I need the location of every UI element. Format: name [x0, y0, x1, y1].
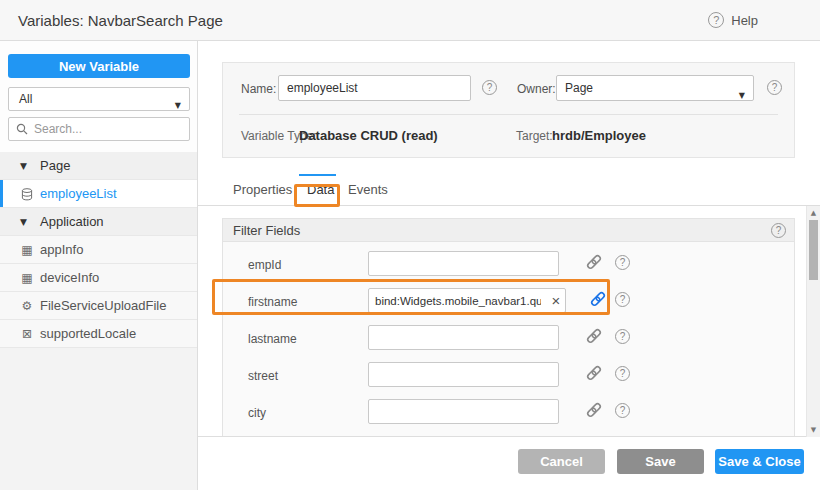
field-label: city [248, 406, 266, 420]
lastname-input[interactable] [369, 332, 558, 344]
new-variable-button[interactable]: New Variable [8, 54, 190, 78]
bind-link-icon[interactable] [585, 327, 605, 347]
variable-type-value: Database CRUD (read) [299, 128, 438, 143]
variables-dialog: Variables: NavbarSearch Page ? Help New … [0, 0, 820, 490]
locale-icon: ⊠ [19, 320, 35, 348]
variable-summary-box: Name:* ? Owner:* Page ▼ ? Variable Type:… [222, 62, 795, 158]
database-read-icon [19, 180, 35, 208]
variables-tree: ▼ Page employeeList ▼ Application ▦ appI… [0, 152, 197, 348]
search-icon [16, 123, 28, 135]
chevron-down-icon: ▼ [175, 95, 181, 117]
tree-section-application[interactable]: ▼ Application [0, 208, 197, 236]
tree-section-page[interactable]: ▼ Page [0, 152, 197, 180]
clear-bind-icon[interactable]: × [547, 289, 565, 312]
question-circle-icon: ? [708, 12, 724, 28]
tree-item-supportedlocale[interactable]: ⊠ supportedLocale [0, 320, 197, 348]
bind-link-icon[interactable] [589, 290, 609, 310]
tree-item-label: employeeList [40, 180, 117, 208]
tree-item-deviceinfo[interactable]: ▦ deviceInfo [0, 264, 197, 292]
street-input[interactable] [369, 369, 558, 381]
tab-properties[interactable]: Properties [233, 174, 292, 206]
bind-link-icon[interactable] [585, 364, 605, 384]
info-grid-icon: ▦ [19, 264, 35, 292]
content-scrollbar[interactable]: ▲ ▼ [806, 206, 820, 437]
firstname-field[interactable]: × [368, 288, 566, 313]
scroll-down-icon[interactable]: ▼ [807, 426, 820, 434]
tree-item-label: deviceInfo [40, 264, 99, 292]
street-field[interactable] [368, 362, 559, 387]
tree-item-appinfo[interactable]: ▦ appInfo [0, 236, 197, 264]
field-help-icon[interactable]: ? [615, 366, 630, 381]
field-help-icon[interactable]: ? [615, 329, 630, 344]
content-scrollbar-thumb[interactable] [809, 220, 818, 280]
tree-item-employeelist[interactable]: employeeList [0, 180, 197, 208]
variable-search[interactable] [8, 117, 190, 141]
owner-value: Page [565, 81, 593, 95]
sidebar-empty-area [0, 348, 197, 490]
variable-tabs: Properties Data Events [198, 174, 820, 206]
empid-field[interactable] [368, 251, 559, 276]
owner-select[interactable]: Page ▼ [556, 75, 754, 101]
data-tab-content: Filter Fields ? empId ? firstname × ? la… [198, 206, 820, 437]
empid-input[interactable] [369, 258, 558, 270]
variable-filter-value: All [19, 92, 32, 106]
tab-data[interactable]: Data [307, 174, 334, 206]
summary-divider [239, 114, 778, 115]
filter-row-lastname: lastname ? [223, 322, 794, 359]
name-label: Name:* [241, 82, 283, 96]
bind-link-icon[interactable] [585, 401, 605, 421]
dialog-header: Variables: NavbarSearch Page ? Help [0, 0, 820, 41]
save-and-close-button[interactable]: Save & Close [715, 449, 804, 474]
help-label: Help [731, 13, 758, 28]
lastname-field[interactable] [368, 325, 559, 350]
tree-section-label: Application [40, 208, 104, 236]
tree-item-label: FileServiceUploadFile [40, 292, 166, 320]
name-help-icon[interactable]: ? [482, 80, 497, 95]
tree-item-label: appInfo [40, 236, 83, 264]
service-gear-icon: ⚙ [19, 292, 35, 320]
field-label: lastname [248, 332, 297, 346]
chevron-down-icon: ▼ [20, 208, 27, 236]
tree-item-label: supportedLocale [40, 320, 136, 348]
filter-row-firstname: firstname × ? [223, 285, 794, 322]
filter-fields-header: Filter Fields ? [223, 219, 794, 242]
variables-sidebar: New Variable All ▼ ▼ Page employeeList [0, 41, 198, 490]
target-label: Target: [516, 129, 553, 143]
field-label: street [248, 369, 278, 383]
cancel-button[interactable]: Cancel [518, 449, 605, 474]
firstname-input[interactable] [369, 295, 547, 307]
name-field[interactable] [278, 75, 471, 101]
field-help-icon[interactable]: ? [615, 403, 630, 418]
field-help-icon[interactable]: ? [615, 255, 630, 270]
info-grid-icon: ▦ [19, 236, 35, 264]
search-input[interactable] [34, 122, 189, 136]
city-field[interactable] [368, 399, 559, 424]
tree-item-fileserviceuploadfile[interactable]: ⚙ FileServiceUploadFile [0, 292, 197, 320]
filter-row-street: street ? [223, 359, 794, 396]
help-button[interactable]: ? Help [708, 12, 758, 28]
scroll-up-icon[interactable]: ▲ [807, 209, 820, 217]
chevron-down-icon: ▼ [739, 84, 745, 108]
field-label: firstname [248, 295, 297, 309]
filter-fields-title: Filter Fields [233, 223, 300, 238]
filter-fields-panel: Filter Fields ? empId ? firstname × ? la… [222, 218, 795, 437]
target-value: hrdb/Employee [552, 128, 646, 143]
filter-row-empid: empId ? [223, 248, 794, 285]
tab-events[interactable]: Events [348, 174, 388, 206]
filter-row-city: city ? [223, 396, 794, 433]
save-button[interactable]: Save [617, 449, 704, 474]
field-label: empId [248, 258, 281, 272]
owner-help-icon[interactable]: ? [767, 80, 782, 95]
active-tab-indicator [299, 174, 336, 176]
page-title: Variables: NavbarSearch Page [18, 0, 223, 41]
field-help-icon[interactable]: ? [615, 292, 630, 307]
filter-fields-help-icon[interactable]: ? [771, 223, 786, 238]
variable-filter-select[interactable]: All ▼ [8, 87, 190, 111]
bind-link-icon[interactable] [585, 253, 605, 273]
tree-section-label: Page [40, 152, 70, 180]
chevron-down-icon: ▼ [20, 152, 27, 180]
city-input[interactable] [369, 406, 558, 418]
